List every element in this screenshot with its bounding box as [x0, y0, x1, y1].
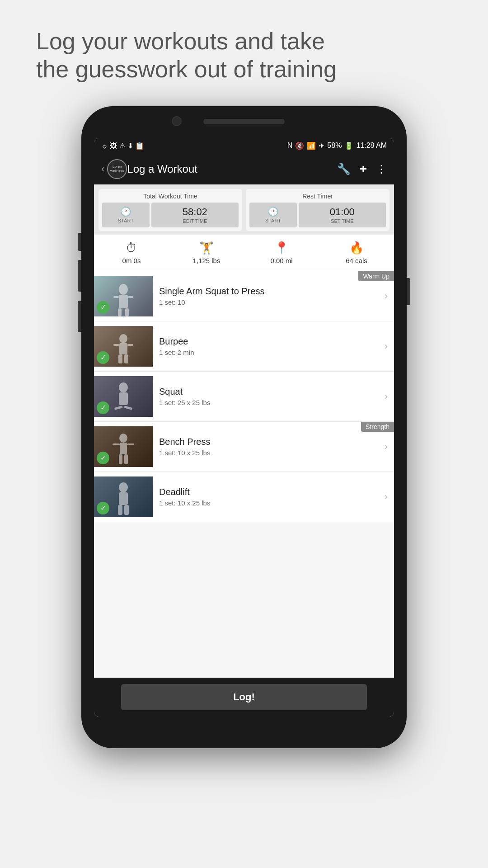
- wrench-icon[interactable]: 🔧: [337, 163, 351, 175]
- phone-wrapper: ☼ 🖼 ⚠ ⬇ 📋 N 🔇 📶 ✈ 58%🔋 11:28 AM ‹ Lorenw…: [81, 106, 407, 748]
- total-workout-timer: Total Workout Time 🕐 START 58:02 EDIT TI…: [99, 189, 242, 231]
- svg-rect-25: [124, 505, 129, 515]
- svg-point-0: [119, 284, 128, 295]
- exercise-chevron-icon: ›: [385, 441, 388, 453]
- svg-rect-2: [113, 296, 119, 298]
- app-bar-actions: 🔧 + ⋮: [337, 162, 387, 176]
- exercise-info: Squat 1 set: 25 x 25 lbs: [159, 387, 381, 406]
- status-icons: ☼ 🖼 ⚠ ⬇ 📋: [101, 142, 144, 150]
- status-left: ☼ 🖼 ⚠ ⬇ 📋: [101, 142, 144, 150]
- svg-rect-9: [127, 344, 133, 346]
- status-airplane: ✈: [319, 142, 324, 150]
- exercise-sets: 1 set: 10: [159, 298, 381, 306]
- stat-calories-value: 64 cals: [346, 257, 367, 264]
- status-time: 11:28 AM: [356, 142, 387, 150]
- workout-edit-time-button[interactable]: 58:02 EDIT TIME: [151, 203, 239, 227]
- stats-row: ⏱ 0m 0s 🏋 1,125 lbs 📍 0.00 mi 🔥 64 cals: [94, 235, 394, 271]
- exercise-name: Bench Press: [159, 437, 381, 447]
- exercise-item[interactable]: ✓ Burpee 1 set: 2 min ›: [94, 321, 394, 372]
- timer-section: Total Workout Time 🕐 START 58:02 EDIT TI…: [94, 184, 394, 235]
- exercise-check-icon: ✓: [97, 452, 109, 464]
- exercise-chevron-icon: ›: [385, 491, 388, 503]
- add-exercise-button[interactable]: +: [360, 162, 367, 176]
- svg-rect-10: [118, 354, 122, 363]
- exercise-info: Burpee 1 set: 2 min: [159, 336, 381, 356]
- svg-rect-23: [119, 492, 128, 505]
- status-wifi: 📶: [307, 142, 316, 150]
- svg-rect-24: [118, 505, 122, 515]
- stat-distance: 📍 0.00 mi: [244, 241, 319, 264]
- rest-timer-controls: 🕐 START 01:00 SET TIME: [249, 203, 386, 227]
- rest-timer: Rest Timer 🕐 START 01:00 SET TIME: [246, 189, 389, 231]
- workout-time-value: 58:02: [183, 206, 207, 218]
- exercise-check-icon: ✓: [97, 502, 109, 514]
- svg-rect-13: [119, 392, 128, 405]
- svg-rect-5: [125, 308, 129, 316]
- status-nfc: N: [287, 142, 293, 150]
- exercise-chevron-icon: ›: [385, 290, 388, 302]
- exercise-thumb: ✓: [94, 326, 153, 367]
- section-tag: Warm Up: [358, 271, 394, 281]
- exercise-item[interactable]: Strength ✓ Bench Press 1 set: 10 x 25 lb…: [94, 422, 394, 472]
- exercise-check-icon: ✓: [97, 301, 109, 314]
- exercise-check-icon: ✓: [97, 401, 109, 414]
- exercise-name: Single Arm Squat to Press: [159, 286, 381, 297]
- workout-edit-label: EDIT TIME: [183, 218, 207, 224]
- svg-point-22: [119, 482, 128, 492]
- svg-rect-17: [120, 443, 127, 454]
- svg-rect-18: [113, 443, 120, 445]
- more-options-button[interactable]: ⋮: [376, 163, 387, 175]
- stat-calories: 🔥 64 cals: [319, 241, 394, 264]
- rest-set-label: SET TIME: [331, 218, 353, 224]
- app-bar: ‹ Lorenwellness Log a Workout 🔧 + ⋮: [94, 154, 394, 184]
- stat-time: ⏱ 0m 0s: [94, 241, 169, 264]
- tagline-line2: the guesswork out of training: [36, 56, 337, 82]
- workout-start-label: START: [118, 218, 134, 223]
- svg-rect-19: [127, 443, 134, 445]
- back-button[interactable]: ‹: [101, 163, 104, 175]
- exercise-item[interactable]: Warm Up ✓ Single Arm Squat to Press 1 se…: [94, 271, 394, 321]
- status-bar: ☼ 🖼 ⚠ ⬇ 📋 N 🔇 📶 ✈ 58%🔋 11:28 AM: [94, 138, 394, 154]
- total-workout-timer-label: Total Workout Time: [102, 193, 239, 200]
- side-button-left-2: [78, 260, 81, 292]
- logo-text: Lorenwellness: [110, 165, 124, 173]
- fire-icon: 🔥: [349, 241, 364, 255]
- exercise-thumb: ✓: [94, 476, 153, 517]
- stat-distance-value: 0.00 mi: [270, 257, 292, 264]
- rest-clock-icon: 🕐: [267, 206, 279, 217]
- svg-rect-7: [119, 343, 127, 354]
- exercise-chevron-icon: ›: [385, 340, 388, 352]
- stat-weight-value: 1,125 lbs: [193, 257, 221, 264]
- exercise-thumb: ✓: [94, 376, 153, 417]
- exercise-sets: 1 set: 2 min: [159, 349, 381, 356]
- svg-rect-20: [119, 454, 122, 464]
- app-bar-title: Log a Workout: [127, 163, 337, 175]
- svg-point-12: [119, 382, 128, 392]
- rest-set-time-button[interactable]: 01:00 SET TIME: [299, 203, 386, 227]
- exercise-check-icon: ✓: [97, 351, 109, 364]
- app-logo[interactable]: Lorenwellness: [107, 159, 127, 179]
- status-battery: 58%: [327, 142, 342, 150]
- workout-start-button[interactable]: 🕐 START: [102, 203, 150, 227]
- exercise-sets: 1 set: 25 x 25 lbs: [159, 399, 381, 406]
- status-silent: 🔇: [295, 142, 304, 150]
- tagline-line1: Log your workouts and take: [36, 28, 325, 54]
- rest-start-button[interactable]: 🕐 START: [249, 203, 297, 227]
- location-icon: 📍: [274, 241, 289, 255]
- exercise-item[interactable]: ✓ Deadlift 1 set: 10 x 25 lbs ›: [94, 472, 394, 522]
- svg-rect-21: [124, 454, 128, 464]
- side-button-right: [407, 278, 410, 305]
- svg-rect-4: [118, 308, 122, 316]
- bottom-bar: Log!: [94, 678, 394, 717]
- log-button[interactable]: Log!: [121, 684, 367, 710]
- svg-rect-3: [128, 296, 133, 298]
- exercise-list: Warm Up ✓ Single Arm Squat to Press 1 se…: [94, 271, 394, 678]
- svg-point-6: [119, 334, 127, 343]
- svg-rect-11: [124, 354, 128, 363]
- exercise-info: Deadlift 1 set: 10 x 25 lbs: [159, 487, 381, 507]
- exercise-item[interactable]: ✓ Squat 1 set: 25 x 25 lbs ›: [94, 372, 394, 422]
- exercise-thumb: ✓: [94, 426, 153, 467]
- exercise-sets: 1 set: 10 x 25 lbs: [159, 449, 381, 457]
- exercise-name: Burpee: [159, 336, 381, 347]
- tagline: Log your workouts and take the guesswork…: [0, 0, 488, 106]
